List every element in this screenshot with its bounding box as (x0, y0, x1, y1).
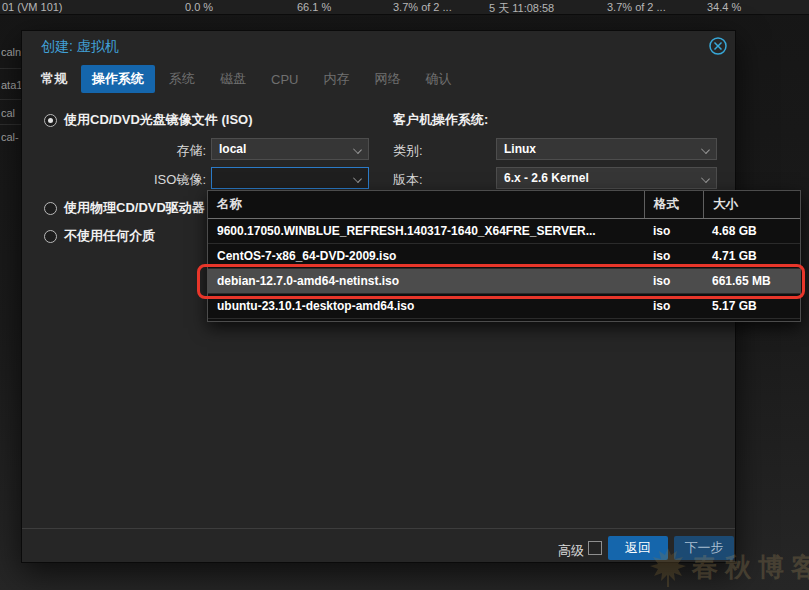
iso-image-select[interactable] (211, 167, 369, 189)
radio-icon[interactable] (44, 230, 57, 243)
os-type-select[interactable]: Linux (496, 138, 717, 160)
tab-cpu: CPU (260, 67, 309, 92)
tree-item-fragment: ata1 (1, 79, 23, 91)
column-header-name[interactable]: 名称 (208, 196, 644, 213)
storage-value: local (219, 142, 246, 156)
wizard-tabbar: 常规 操作系统 系统 磁盘 CPU 内存 网络 确认 (30, 65, 465, 93)
divider (0, 124, 21, 125)
column-header-format[interactable]: 格式 (644, 191, 703, 218)
os-version-value: 6.x - 2.6 Kernel (504, 171, 589, 185)
table-cell: 3.7% of 2 ... (393, 1, 452, 13)
tab-system: 系统 (158, 65, 206, 93)
close-icon[interactable] (708, 36, 728, 56)
iso-format: iso (644, 224, 703, 238)
table-cell: 3.7% of 2 ... (607, 1, 666, 13)
divider (0, 99, 21, 100)
iso-format: iso (644, 299, 703, 313)
back-button[interactable]: 返回 (608, 536, 668, 560)
tree-item-fragment: caln (1, 46, 23, 58)
iso-name: 9600.17050.WINBLUE_REFRESH.140317-1640_X… (208, 224, 644, 238)
radio-physical-drive[interactable]: 使用物理CD/DVD驱动器 (44, 199, 205, 217)
os-type-value: Linux (504, 142, 536, 156)
radio-use-iso[interactable]: 使用CD/DVD光盘镜像文件 (ISO) (44, 111, 253, 129)
os-version-label: 版本: (393, 171, 423, 189)
radio-label: 不使用任何介质 (64, 227, 155, 245)
iso-format: iso (644, 274, 703, 288)
iso-image-label: ISO镜像: (42, 171, 206, 189)
tab-memory: 内存 (312, 65, 360, 93)
tree-item-fragment: cal- (1, 131, 23, 143)
radio-label: 使用物理CD/DVD驱动器 (64, 199, 205, 217)
next-button[interactable]: 下一步 (674, 536, 734, 560)
iso-size: 4.68 GB (703, 224, 800, 238)
iso-name: CentOS-7-x86_64-DVD-2009.iso (208, 249, 644, 263)
storage-select[interactable]: local (211, 138, 369, 160)
vm-name-cell: 01 (VM 101) (2, 1, 63, 13)
iso-list-item[interactable]: 9600.17050.WINBLUE_REFRESH.140317-1640_X… (208, 219, 800, 244)
iso-name: debian-12.7.0-amd64-netinst.iso (208, 274, 644, 288)
chevron-down-icon (353, 174, 362, 183)
advanced-checkbox[interactable] (588, 541, 602, 555)
radio-no-media[interactable]: 不使用任何介质 (44, 227, 155, 245)
chevron-down-icon (701, 145, 710, 154)
radio-label: 使用CD/DVD光盘镜像文件 (ISO) (64, 111, 253, 129)
guest-os-header: 客户机操作系统: (393, 111, 488, 129)
tab-general[interactable]: 常规 (30, 65, 78, 93)
iso-size: 4.71 GB (703, 249, 800, 263)
tree-item-fragment: cal (1, 107, 23, 119)
storage-label: 存储: (42, 142, 206, 160)
column-header-size[interactable]: 大小 (703, 191, 800, 218)
iso-format: iso (644, 249, 703, 263)
divider (0, 68, 21, 69)
table-cell: 34.4 % (707, 1, 741, 13)
iso-size: 5.17 GB (703, 299, 800, 313)
tab-network: 网络 (363, 65, 411, 93)
table-cell: 5 天 11:08:58 (489, 1, 554, 16)
tab-disks: 磁盘 (209, 65, 257, 93)
iso-list-item-highlighted[interactable]: debian-12.7.0-amd64-netinst.iso iso 661.… (208, 269, 800, 294)
chevron-down-icon (701, 174, 710, 183)
iso-size: 661.65 MB (703, 274, 800, 288)
os-version-select[interactable]: 6.x - 2.6 Kernel (496, 167, 717, 189)
background-table-row: 01 (VM 101) 0.0 % 66.1 % 3.7% of 2 ... 5… (0, 0, 809, 15)
os-type-label: 类别: (393, 142, 423, 160)
radio-icon[interactable] (44, 114, 57, 127)
iso-dropdown-list: 名称 格式 大小 9600.17050.WINBLUE_REFRESH.1403… (207, 190, 801, 322)
tab-os[interactable]: 操作系统 (81, 65, 155, 93)
iso-list-item[interactable]: ubuntu-23.10.1-desktop-amd64.iso iso 5.1… (208, 294, 800, 319)
table-cell: 66.1 % (297, 1, 331, 13)
chevron-down-icon (353, 145, 362, 154)
table-cell: 0.0 % (185, 1, 213, 13)
dialog-title: 创建: 虚拟机 (41, 38, 119, 56)
tab-confirm: 确认 (414, 65, 462, 93)
list-header-row: 名称 格式 大小 (208, 191, 800, 219)
iso-list-item[interactable]: CentOS-7-x86_64-DVD-2009.iso iso 4.71 GB (208, 244, 800, 269)
iso-name: ubuntu-23.10.1-desktop-amd64.iso (208, 299, 644, 313)
footer-divider (22, 528, 735, 529)
advanced-label: 高级 (558, 542, 584, 560)
radio-icon[interactable] (44, 202, 57, 215)
